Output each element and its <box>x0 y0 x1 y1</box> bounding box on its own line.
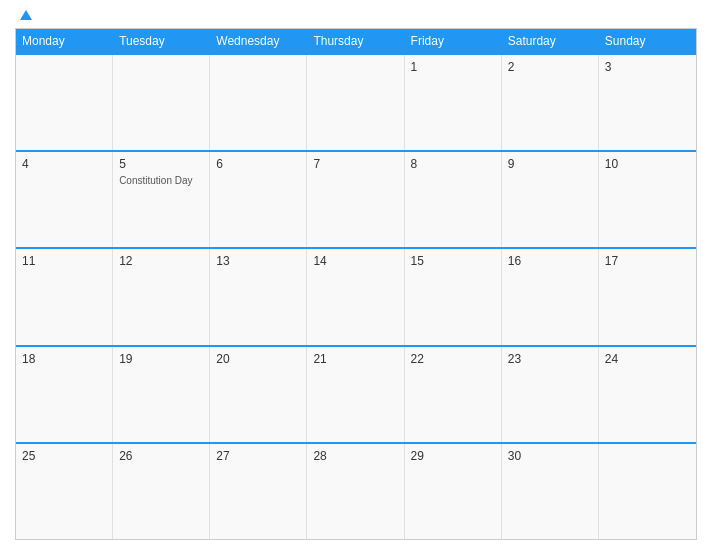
calendar-grid: MondayTuesdayWednesdayThursdayFridaySatu… <box>15 28 697 540</box>
day-number: 8 <box>411 157 495 171</box>
day-number: 19 <box>119 352 203 366</box>
day-cell: 29 <box>405 444 502 539</box>
day-cell: 7 <box>307 152 404 247</box>
day-header-wednesday: Wednesday <box>210 29 307 53</box>
week-row-5: 252627282930 <box>16 442 696 539</box>
day-number: 16 <box>508 254 592 268</box>
day-number: 28 <box>313 449 397 463</box>
day-number: 12 <box>119 254 203 268</box>
day-number: 25 <box>22 449 106 463</box>
day-event: Constitution Day <box>119 175 203 186</box>
day-cell: 15 <box>405 249 502 344</box>
day-number: 23 <box>508 352 592 366</box>
day-cell: 4 <box>16 152 113 247</box>
calendar-header <box>15 10 697 20</box>
day-cell: 6 <box>210 152 307 247</box>
day-cell <box>16 55 113 150</box>
calendar-container: MondayTuesdayWednesdayThursdayFridaySatu… <box>0 0 712 550</box>
day-number: 26 <box>119 449 203 463</box>
day-number: 3 <box>605 60 690 74</box>
day-cell: 23 <box>502 347 599 442</box>
day-number: 17 <box>605 254 690 268</box>
day-number: 21 <box>313 352 397 366</box>
day-cell: 18 <box>16 347 113 442</box>
day-number: 24 <box>605 352 690 366</box>
day-number: 4 <box>22 157 106 171</box>
logo-blue-text <box>20 10 34 20</box>
day-header-sunday: Sunday <box>599 29 696 53</box>
day-number: 10 <box>605 157 690 171</box>
week-row-4: 18192021222324 <box>16 345 696 442</box>
day-cell: 17 <box>599 249 696 344</box>
day-headers-row: MondayTuesdayWednesdayThursdayFridaySatu… <box>16 29 696 53</box>
day-cell: 5Constitution Day <box>113 152 210 247</box>
day-number: 29 <box>411 449 495 463</box>
day-cell: 22 <box>405 347 502 442</box>
day-cell: 10 <box>599 152 696 247</box>
day-header-saturday: Saturday <box>502 29 599 53</box>
day-cell <box>210 55 307 150</box>
day-cell <box>113 55 210 150</box>
day-cell: 25 <box>16 444 113 539</box>
day-number: 22 <box>411 352 495 366</box>
day-cell <box>307 55 404 150</box>
day-number: 2 <box>508 60 592 74</box>
day-cell: 21 <box>307 347 404 442</box>
day-number: 11 <box>22 254 106 268</box>
day-number: 30 <box>508 449 592 463</box>
day-cell: 27 <box>210 444 307 539</box>
day-cell: 11 <box>16 249 113 344</box>
day-cell: 19 <box>113 347 210 442</box>
day-cell: 20 <box>210 347 307 442</box>
day-cell: 28 <box>307 444 404 539</box>
day-number: 20 <box>216 352 300 366</box>
week-row-1: 123 <box>16 53 696 150</box>
day-cell: 8 <box>405 152 502 247</box>
day-number: 7 <box>313 157 397 171</box>
day-cell: 14 <box>307 249 404 344</box>
day-cell: 3 <box>599 55 696 150</box>
day-number: 15 <box>411 254 495 268</box>
day-number: 13 <box>216 254 300 268</box>
day-number: 18 <box>22 352 106 366</box>
day-header-thursday: Thursday <box>307 29 404 53</box>
day-number: 5 <box>119 157 203 171</box>
logo-triangle-icon <box>20 10 32 20</box>
day-cell: 12 <box>113 249 210 344</box>
day-cell: 24 <box>599 347 696 442</box>
day-header-monday: Monday <box>16 29 113 53</box>
day-cell: 30 <box>502 444 599 539</box>
weeks-container: 12345Constitution Day6789101112131415161… <box>16 53 696 539</box>
week-row-3: 11121314151617 <box>16 247 696 344</box>
day-cell: 26 <box>113 444 210 539</box>
week-row-2: 45Constitution Day678910 <box>16 150 696 247</box>
day-cell: 13 <box>210 249 307 344</box>
day-cell <box>599 444 696 539</box>
logo <box>20 10 34 20</box>
day-header-tuesday: Tuesday <box>113 29 210 53</box>
day-cell: 9 <box>502 152 599 247</box>
day-number: 27 <box>216 449 300 463</box>
day-cell: 2 <box>502 55 599 150</box>
day-cell: 1 <box>405 55 502 150</box>
day-header-friday: Friday <box>405 29 502 53</box>
day-number: 9 <box>508 157 592 171</box>
day-number: 1 <box>411 60 495 74</box>
day-cell: 16 <box>502 249 599 344</box>
day-number: 6 <box>216 157 300 171</box>
day-number: 14 <box>313 254 397 268</box>
